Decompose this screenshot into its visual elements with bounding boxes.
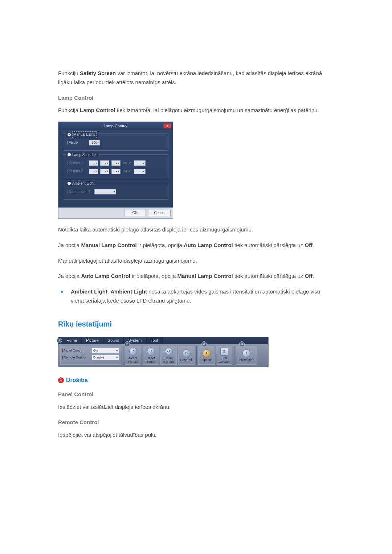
ampm-spinner[interactable]: ▲▼ — [111, 160, 121, 166]
text: ir pielāgota, opcija — [137, 242, 184, 248]
tab-tool[interactable]: Tool — [146, 337, 163, 344]
divider — [234, 346, 234, 365]
toolbar: 1 Home Picture Sound System Tool 2 3 4 P… — [58, 337, 269, 367]
badge-3: 3 — [201, 341, 207, 347]
text: Ja opcija — [58, 242, 81, 248]
ambient-light-bullet: Ambient Light: Ambient Light nosaka apkā… — [58, 287, 334, 305]
group-legend[interactable]: Lamp Schedule — [66, 152, 99, 158]
toolbar-figure: 1 Home Picture Sound System Tool 2 3 4 P… — [58, 337, 334, 367]
manual-lamp-group: Manual Lamp | Value 100 ▲▼ — [63, 134, 168, 151]
lamp-control-para: Funkcija Lamp Control tiek izmantota, la… — [58, 106, 334, 115]
value-combo[interactable]: ▸ — [134, 160, 146, 166]
reset-picture-button[interactable]: ↺Reset Picture — [125, 346, 141, 365]
heading-text: Drošība — [66, 376, 88, 385]
reset-all-button[interactable]: ↺Reset All — [178, 346, 195, 365]
btn-label: Reset System — [161, 356, 176, 364]
manual-auto-para: Ja opcija Manual Lamp Control ir pielāgo… — [58, 241, 334, 250]
chevron-down-icon: ▾ — [116, 355, 118, 360]
safety-screen-para: Funkciju Safety Screen var izmantot, lai… — [58, 69, 334, 87]
radio-on-icon[interactable] — [68, 133, 71, 136]
spinner-arrows-icon: ▲▼ — [115, 162, 120, 164]
spinner-arrows-icon: ▲▼ — [93, 170, 97, 172]
hour-spinner[interactable]: ▲▼ — [89, 169, 98, 174]
text: : — [107, 288, 110, 295]
reset-sound-button[interactable]: ↺Reset Sound — [143, 346, 159, 365]
spinner-arrows-icon: ▲▼ — [104, 170, 109, 172]
reset-icon: ↺ — [183, 349, 191, 357]
reset-system-button[interactable]: ↺Reset System — [160, 346, 177, 365]
select-value: On — [93, 348, 98, 353]
tab-home[interactable]: 1 Home — [58, 337, 82, 344]
tab-picture[interactable]: Picture — [82, 337, 103, 344]
radio-off-icon[interactable] — [68, 182, 71, 185]
manual-adjust-para: Manuāli pielāgojiet atlasītā displeja ai… — [58, 257, 334, 266]
info-icon: i — [242, 349, 250, 357]
minute-spinner[interactable]: ▲▼ — [100, 169, 109, 174]
text: . — [313, 273, 314, 279]
cancel-button[interactable]: Cancel — [149, 210, 171, 216]
group-legend[interactable]: Manual Lamp — [66, 131, 98, 138]
spinner-arrows-icon[interactable]: ▲▼ — [95, 141, 99, 144]
value-label: Value — [123, 160, 132, 167]
btn-label: Information — [239, 358, 254, 362]
remote-control-select[interactable]: Disable▾ — [92, 355, 119, 360]
auto-manual-para: Ja opcija Auto Lamp Control ir pielāgota… — [58, 272, 334, 281]
text: Funkciju — [58, 70, 80, 76]
term: Manual Lamp Control — [81, 242, 136, 248]
term: Off — [305, 273, 313, 279]
close-button[interactable]: x — [163, 123, 171, 128]
tab-label: System — [128, 337, 142, 344]
tab-sound[interactable]: Sound — [103, 337, 124, 344]
text: Ja opcija — [58, 273, 81, 279]
value-spinner[interactable]: 100 ▲▼ — [89, 140, 100, 145]
badge-4: 4 — [239, 341, 245, 347]
auto-adjust-para: Noteiktā laikā automātiski pielāgo atlas… — [58, 225, 334, 234]
option-button[interactable]: ✦Option — [198, 346, 215, 365]
term: Manual Lamp Control — [177, 273, 233, 279]
value-combo[interactable]: ▸ — [134, 169, 146, 174]
badge-2: 2 — [124, 341, 130, 347]
value-label: Value — [123, 168, 132, 175]
remote-control-field: Remote Control Disable▾ — [62, 355, 119, 360]
radio-off-icon[interactable] — [68, 153, 71, 156]
group-legend[interactable]: Ambient Light — [66, 181, 96, 187]
text: tiek izmantota, lai pielāgotu aizmugurga… — [115, 107, 319, 113]
gear-icon: ✦ — [203, 349, 211, 357]
remote-control-para: Iespējojiet vai atspējojiet tālvadības p… — [58, 431, 334, 440]
columns-icon: ▤ — [220, 348, 228, 356]
panel-control-select[interactable]: On▾ — [92, 348, 119, 353]
value-row: | Value 100 ▲▼ — [67, 140, 164, 146]
bar-icon — [62, 349, 63, 352]
dialog-titlebar: Lamp Control x — [58, 122, 173, 130]
ok-button[interactable]: OK — [124, 210, 146, 216]
bar-icon — [62, 356, 63, 359]
text: . — [313, 242, 314, 248]
reset-icon: ↺ — [165, 348, 173, 356]
text: tiek automātiski pārslēgta uz — [233, 273, 305, 279]
number-badge: 1 — [58, 377, 64, 383]
text: Funkcija — [58, 107, 80, 113]
term: Auto Lamp Control — [184, 242, 233, 248]
ambient-light-label: Ambient Light — [72, 181, 94, 187]
btn-label: Edit Column — [216, 356, 232, 364]
panel-control-field: Panel Control On▾ — [62, 348, 119, 353]
btn-label: Reset Sound — [143, 356, 159, 364]
manual-lamp-label: Manual Lamp — [72, 131, 97, 138]
bullet-text: Ambient Light: Ambient Light nosaka apkā… — [71, 287, 334, 305]
ampm-spinner[interactable]: ▲▼ — [111, 169, 121, 174]
reference-combo[interactable]: ▾ — [94, 189, 116, 194]
setting1-row: | Setting 1 ▲▼ ▲▼ ▲▼ Value ▸ — [67, 160, 164, 167]
tabstrip: 1 Home Picture Sound System Tool — [58, 337, 268, 344]
remote-control-heading: Remote Control — [58, 418, 334, 427]
edit-column-button[interactable]: ▤Edit Column — [216, 346, 232, 365]
reset-icon: ↺ — [129, 348, 137, 356]
information-button[interactable]: iInformation — [236, 346, 257, 365]
minute-spinner[interactable]: ▲▼ — [100, 160, 109, 166]
term: Ambient Light — [71, 288, 107, 295]
hour-spinner[interactable]: ▲▼ — [89, 160, 98, 166]
setting2-label: | Setting 2 — [67, 168, 87, 175]
bullet-icon — [61, 291, 63, 293]
dialog-body: Manual Lamp | Value 100 ▲▼ Lamp Schedule… — [58, 130, 173, 208]
panel-control-label: Panel Control — [62, 348, 90, 353]
ambient-light-group: Ambient Light | Reference ID ▾ — [63, 183, 168, 200]
